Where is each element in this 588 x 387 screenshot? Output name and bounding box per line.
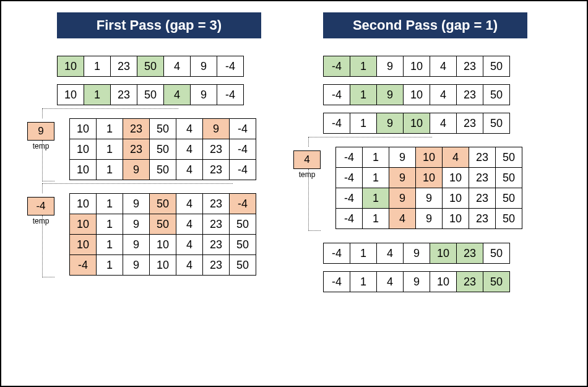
array-cell: 23	[469, 167, 496, 188]
array-cell: 50	[483, 113, 510, 134]
array-cell: 1	[362, 188, 389, 209]
temp-value: 9	[27, 122, 54, 141]
array-cell: 50	[149, 193, 176, 214]
array-cell: -4	[217, 84, 244, 105]
array-cell: 1	[350, 56, 377, 77]
second-pass-column: Second Pass (gap = 1) -4191042350 -41910…	[323, 12, 540, 300]
array-cell: 9	[123, 234, 150, 255]
array-cell: 50	[495, 147, 522, 168]
array-cell: 1	[96, 234, 123, 255]
array-cell: 9	[389, 167, 416, 188]
array-cell: -4	[335, 208, 363, 229]
array-cell: 10	[442, 208, 469, 229]
array-cell: 10	[403, 113, 430, 134]
array-cell: 1	[96, 254, 123, 276]
array-cell: 4	[176, 139, 203, 160]
array-cell: 1	[96, 214, 123, 235]
array-cell: 23	[456, 84, 483, 105]
array-cell: 23	[110, 84, 137, 105]
first-pass-column: First Pass (gap = 3) 101235049-4 1012350…	[57, 12, 274, 276]
array-row: 101950423-4	[69, 159, 274, 180]
array-cell: 50	[483, 243, 510, 264]
array-cell: 4	[163, 84, 191, 105]
array-cell: 10	[415, 147, 443, 168]
array-cell: 23	[202, 214, 230, 235]
array-cell: -4	[335, 147, 363, 168]
array-row: -4191042350	[323, 56, 540, 77]
array-cell: 4	[176, 234, 203, 255]
array-cell: 1	[96, 159, 123, 180]
array-cell: 50	[149, 214, 176, 235]
array-cell: 50	[495, 188, 522, 209]
array-cell: -4	[229, 139, 256, 160]
array-cell: 10	[442, 188, 469, 209]
array-cell: 23	[202, 254, 230, 276]
array-cell: 9	[376, 56, 404, 77]
array-cell: 10	[415, 167, 443, 188]
array-cell: 4	[163, 56, 191, 77]
temp-box: 9 temp	[27, 122, 54, 150]
array-row: 10191042350	[69, 234, 274, 255]
array-cell: 23	[456, 113, 483, 134]
array-cell: 50	[229, 214, 256, 235]
array-cell: 50	[229, 234, 256, 255]
array-cell: 23	[456, 271, 483, 292]
second-pass-header: Second Pass (gap = 1)	[323, 12, 527, 38]
array-row: 101235049-4	[57, 56, 274, 77]
array-cell: 9	[376, 113, 404, 134]
array-cell: -4	[229, 193, 256, 214]
array-cell: -4	[335, 188, 363, 209]
temp-value: -4	[27, 197, 54, 215]
array-cell: 1	[362, 167, 389, 188]
temp-label: temp	[27, 142, 54, 150]
array-cell: 4	[176, 193, 203, 214]
array-cell: 1	[362, 147, 389, 168]
array-cell: 9	[389, 147, 416, 168]
temp-value: 4	[293, 150, 321, 169]
array-cell: 10	[69, 214, 97, 235]
array-cell: 9	[123, 214, 150, 235]
array-cell: -4	[69, 254, 97, 276]
array-cell: 4	[430, 84, 457, 105]
array-cell: 4	[376, 271, 404, 292]
array-cell: 1	[350, 113, 377, 134]
array-cell: 23	[469, 208, 496, 229]
temp-box: 4 temp	[293, 150, 321, 179]
array-cell: 23	[202, 234, 230, 255]
array-row: 101950423-4	[69, 193, 274, 214]
array-cell: 9	[190, 84, 217, 105]
array-cell: 10	[149, 234, 176, 255]
array-cell: -4	[323, 113, 350, 134]
array-row: 1012350423-4	[69, 139, 274, 160]
array-cell: 4	[430, 113, 457, 134]
array-row: 101235049-4	[69, 118, 274, 139]
array-cell: 9	[376, 84, 404, 105]
array-cell: 10	[57, 84, 84, 105]
array-cell: 1	[350, 243, 377, 264]
array-cell: 50	[149, 118, 176, 139]
array-cell: 9	[123, 254, 150, 276]
array-cell: 4	[176, 214, 203, 235]
array-row: -41910102350	[335, 167, 540, 188]
array-cell: 23	[202, 139, 230, 160]
array-cell: 10	[69, 234, 97, 255]
array-cell: 50	[137, 84, 164, 105]
first-pass-header: First Pass (gap = 3)	[57, 12, 261, 38]
array-cell: 10	[69, 193, 97, 214]
array-cell: -4	[229, 118, 256, 139]
array-cell: 23	[202, 193, 230, 214]
array-cell: 23	[469, 188, 496, 209]
array-cell: 10	[69, 159, 97, 180]
array-cell: 10	[69, 118, 97, 139]
array-cell: 1	[350, 271, 377, 292]
array-cell: 1	[96, 139, 123, 160]
array-cell: 23	[456, 243, 483, 264]
temp-label: temp	[293, 170, 321, 179]
array-cell: 9	[389, 188, 416, 209]
array-cell: -4	[335, 167, 363, 188]
array-cell: 50	[483, 84, 510, 105]
array-cell: 23	[123, 118, 150, 139]
swap-group: 9 temp 101235049-4 1012350423-4 10195042…	[69, 118, 274, 180]
array-cell: 23	[456, 56, 483, 77]
array-cell: 9	[403, 271, 430, 292]
